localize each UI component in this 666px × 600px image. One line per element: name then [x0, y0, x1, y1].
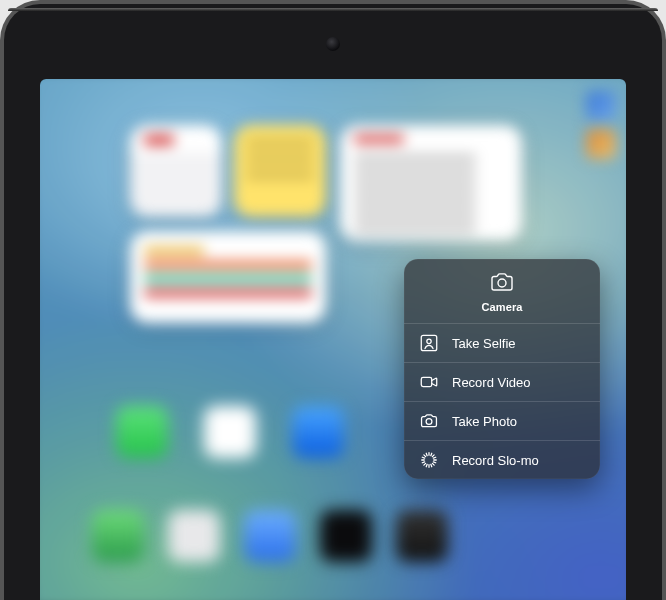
svg-line-16 — [431, 464, 432, 466]
menu-item-label: Take Selfie — [452, 336, 516, 351]
widget-calendar-blurred — [130, 125, 222, 217]
svg-line-10 — [424, 463, 426, 465]
app-icon-blurred — [168, 510, 220, 562]
widget-thumb-blurred — [586, 91, 616, 121]
menu-item-take-selfie[interactable]: Take Selfie — [404, 324, 600, 362]
video-camera-icon — [418, 372, 440, 392]
menu-item-take-photo[interactable]: Take Photo — [404, 401, 600, 440]
widget-large-blurred — [340, 125, 522, 241]
app-icon-blurred — [244, 510, 296, 562]
quick-actions-header: Camera — [404, 259, 600, 323]
svg-line-19 — [422, 457, 424, 458]
menu-item-label: Record Video — [452, 375, 531, 390]
ipad-device-frame: Camera Take Selfie Record Video Take — [0, 0, 666, 600]
camera-icon — [418, 411, 440, 431]
slo-mo-icon — [418, 450, 440, 470]
svg-line-6 — [432, 455, 434, 457]
widget-thumb-blurred — [586, 129, 616, 159]
svg-point-2 — [427, 339, 431, 343]
svg-line-15 — [433, 462, 435, 463]
svg-line-13 — [431, 453, 432, 455]
menu-item-record-video[interactable]: Record Video — [404, 362, 600, 401]
svg-line-17 — [426, 464, 427, 466]
svg-line-14 — [433, 457, 435, 458]
quick-actions-title: Camera — [482, 301, 523, 313]
camera-icon — [489, 271, 515, 296]
front-camera-dot — [326, 37, 340, 51]
app-icon-blurred — [204, 406, 256, 458]
app-icon-blurred — [292, 406, 344, 458]
widget-reminders-blurred — [130, 231, 326, 323]
svg-point-4 — [426, 419, 432, 425]
svg-point-0 — [498, 279, 506, 287]
svg-line-18 — [422, 462, 424, 463]
app-icon-blurred — [396, 510, 448, 562]
svg-line-12 — [424, 455, 426, 457]
ipad-screen: Camera Take Selfie Record Video Take — [40, 79, 626, 600]
widget-notes-blurred — [234, 125, 326, 217]
menu-item-record-slo-mo[interactable]: Record Slo-mo — [404, 440, 600, 479]
menu-item-label: Take Photo — [452, 414, 517, 429]
svg-line-20 — [426, 453, 427, 455]
selfie-icon — [418, 333, 440, 353]
camera-quick-actions-menu[interactable]: Camera Take Selfie Record Video Take — [404, 259, 600, 479]
app-icon-blurred — [320, 510, 372, 562]
app-icon-blurred — [92, 510, 144, 562]
app-icon-blurred — [116, 406, 168, 458]
menu-item-label: Record Slo-mo — [452, 453, 539, 468]
bezel-highlight — [8, 8, 658, 11]
svg-rect-3 — [421, 377, 431, 386]
svg-line-8 — [432, 463, 434, 465]
